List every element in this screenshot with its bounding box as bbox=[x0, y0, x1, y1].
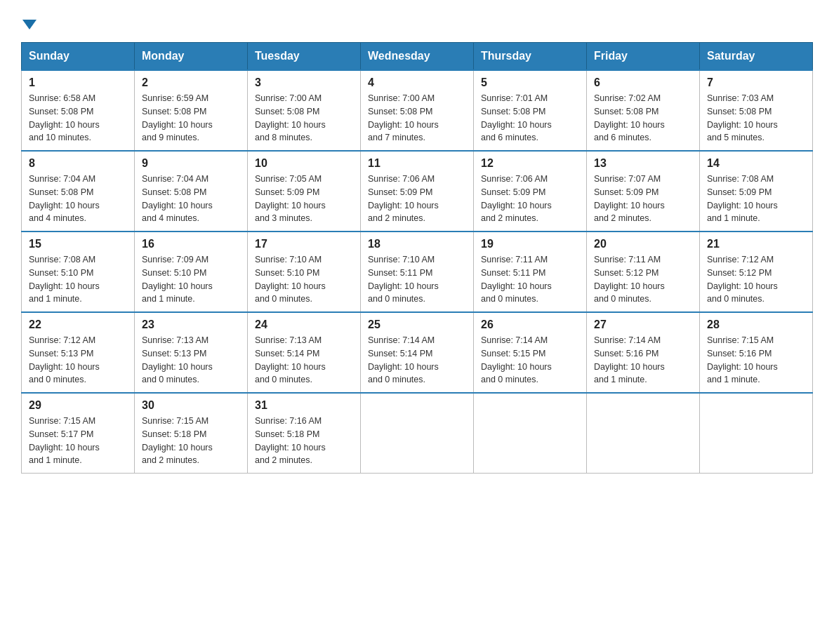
calendar-cell: 30Sunrise: 7:15 AMSunset: 5:18 PMDayligh… bbox=[135, 393, 248, 474]
day-info: Sunrise: 7:01 AMSunset: 5:08 PMDaylight:… bbox=[481, 92, 579, 145]
day-info: Sunrise: 7:00 AMSunset: 5:08 PMDaylight:… bbox=[368, 92, 466, 145]
calendar-cell: 12Sunrise: 7:06 AMSunset: 5:09 PMDayligh… bbox=[474, 151, 587, 232]
day-number: 16 bbox=[142, 238, 240, 250]
day-info: Sunrise: 7:14 AMSunset: 5:16 PMDaylight:… bbox=[594, 334, 692, 387]
day-info: Sunrise: 7:04 AMSunset: 5:08 PMDaylight:… bbox=[142, 173, 240, 225]
day-number: 8 bbox=[29, 157, 127, 170]
day-number: 3 bbox=[255, 76, 353, 89]
day-info: Sunrise: 7:16 AMSunset: 5:18 PMDaylight:… bbox=[255, 415, 353, 467]
calendar-cell bbox=[587, 393, 700, 474]
calendar-cell bbox=[361, 393, 474, 474]
day-info: Sunrise: 6:58 AMSunset: 5:08 PMDaylight:… bbox=[29, 92, 127, 145]
weekday-header-wednesday: Wednesday bbox=[361, 43, 474, 71]
calendar-cell: 26Sunrise: 7:14 AMSunset: 5:15 PMDayligh… bbox=[474, 312, 587, 393]
calendar-cell: 29Sunrise: 7:15 AMSunset: 5:17 PMDayligh… bbox=[22, 393, 135, 474]
day-number: 17 bbox=[255, 238, 353, 250]
day-number: 27 bbox=[594, 318, 692, 331]
day-info: Sunrise: 7:06 AMSunset: 5:09 PMDaylight:… bbox=[481, 173, 579, 225]
calendar-cell: 28Sunrise: 7:15 AMSunset: 5:16 PMDayligh… bbox=[700, 312, 813, 393]
day-info: Sunrise: 7:04 AMSunset: 5:08 PMDaylight:… bbox=[29, 173, 127, 225]
logo-arrow-icon bbox=[22, 20, 37, 29]
page-header bbox=[21, 14, 813, 29]
day-info: Sunrise: 7:14 AMSunset: 5:15 PMDaylight:… bbox=[481, 334, 579, 387]
weekday-header-saturday: Saturday bbox=[700, 43, 813, 71]
calendar-cell: 23Sunrise: 7:13 AMSunset: 5:13 PMDayligh… bbox=[135, 312, 248, 393]
day-info: Sunrise: 7:09 AMSunset: 5:10 PMDaylight:… bbox=[142, 253, 240, 306]
day-info: Sunrise: 7:07 AMSunset: 5:09 PMDaylight:… bbox=[594, 173, 692, 225]
calendar-cell: 27Sunrise: 7:14 AMSunset: 5:16 PMDayligh… bbox=[587, 312, 700, 393]
calendar-cell: 11Sunrise: 7:06 AMSunset: 5:09 PMDayligh… bbox=[361, 151, 474, 232]
weekday-header-monday: Monday bbox=[135, 43, 248, 71]
calendar-cell: 1Sunrise: 6:58 AMSunset: 5:08 PMDaylight… bbox=[22, 70, 135, 151]
calendar-header: SundayMondayTuesdayWednesdayThursdayFrid… bbox=[22, 43, 813, 71]
day-number: 11 bbox=[368, 157, 466, 170]
day-info: Sunrise: 7:08 AMSunset: 5:10 PMDaylight:… bbox=[29, 253, 127, 306]
day-number: 2 bbox=[142, 76, 240, 89]
day-number: 29 bbox=[29, 399, 127, 412]
calendar-cell: 10Sunrise: 7:05 AMSunset: 5:09 PMDayligh… bbox=[248, 151, 361, 232]
day-number: 10 bbox=[255, 157, 353, 170]
day-info: Sunrise: 7:02 AMSunset: 5:08 PMDaylight:… bbox=[594, 92, 692, 145]
calendar-cell: 5Sunrise: 7:01 AMSunset: 5:08 PMDaylight… bbox=[474, 70, 587, 151]
day-info: Sunrise: 7:08 AMSunset: 5:09 PMDaylight:… bbox=[707, 173, 805, 225]
day-number: 21 bbox=[707, 238, 805, 250]
calendar-table: SundayMondayTuesdayWednesdayThursdayFrid… bbox=[21, 42, 813, 474]
day-info: Sunrise: 7:00 AMSunset: 5:08 PMDaylight:… bbox=[255, 92, 353, 145]
calendar-cell: 25Sunrise: 7:14 AMSunset: 5:14 PMDayligh… bbox=[361, 312, 474, 393]
calendar-cell: 15Sunrise: 7:08 AMSunset: 5:10 PMDayligh… bbox=[22, 232, 135, 312]
day-number: 12 bbox=[481, 157, 579, 170]
day-number: 7 bbox=[707, 76, 805, 89]
day-number: 19 bbox=[481, 238, 579, 250]
day-number: 26 bbox=[481, 318, 579, 331]
day-number: 23 bbox=[142, 318, 240, 331]
weekday-header-tuesday: Tuesday bbox=[248, 43, 361, 71]
week-row-5: 29Sunrise: 7:15 AMSunset: 5:17 PMDayligh… bbox=[22, 393, 813, 474]
weekday-header-friday: Friday bbox=[587, 43, 700, 71]
calendar-cell bbox=[474, 393, 587, 474]
calendar-cell: 14Sunrise: 7:08 AMSunset: 5:09 PMDayligh… bbox=[700, 151, 813, 232]
day-number: 25 bbox=[368, 318, 466, 331]
day-info: Sunrise: 7:12 AMSunset: 5:12 PMDaylight:… bbox=[707, 253, 805, 306]
calendar-cell: 9Sunrise: 7:04 AMSunset: 5:08 PMDaylight… bbox=[135, 151, 248, 232]
calendar-cell: 3Sunrise: 7:00 AMSunset: 5:08 PMDaylight… bbox=[248, 70, 361, 151]
day-number: 31 bbox=[255, 399, 353, 412]
day-info: Sunrise: 7:05 AMSunset: 5:09 PMDaylight:… bbox=[255, 173, 353, 225]
day-info: Sunrise: 6:59 AMSunset: 5:08 PMDaylight:… bbox=[142, 92, 240, 145]
calendar-body: 1Sunrise: 6:58 AMSunset: 5:08 PMDaylight… bbox=[22, 70, 813, 474]
weekday-header-sunday: Sunday bbox=[22, 43, 135, 71]
weekday-header-thursday: Thursday bbox=[474, 43, 587, 71]
calendar-cell: 22Sunrise: 7:12 AMSunset: 5:13 PMDayligh… bbox=[22, 312, 135, 393]
calendar-cell: 20Sunrise: 7:11 AMSunset: 5:12 PMDayligh… bbox=[587, 232, 700, 312]
day-number: 28 bbox=[707, 318, 805, 331]
calendar-cell: 31Sunrise: 7:16 AMSunset: 5:18 PMDayligh… bbox=[248, 393, 361, 474]
weekday-header-row: SundayMondayTuesdayWednesdayThursdayFrid… bbox=[22, 43, 813, 71]
week-row-2: 8Sunrise: 7:04 AMSunset: 5:08 PMDaylight… bbox=[22, 151, 813, 232]
day-number: 4 bbox=[368, 76, 466, 89]
day-number: 14 bbox=[707, 157, 805, 170]
calendar-cell: 8Sunrise: 7:04 AMSunset: 5:08 PMDaylight… bbox=[22, 151, 135, 232]
day-number: 20 bbox=[594, 238, 692, 250]
day-info: Sunrise: 7:13 AMSunset: 5:14 PMDaylight:… bbox=[255, 334, 353, 387]
day-info: Sunrise: 7:03 AMSunset: 5:08 PMDaylight:… bbox=[707, 92, 805, 145]
calendar-cell: 21Sunrise: 7:12 AMSunset: 5:12 PMDayligh… bbox=[700, 232, 813, 312]
calendar-cell: 17Sunrise: 7:10 AMSunset: 5:10 PMDayligh… bbox=[248, 232, 361, 312]
day-info: Sunrise: 7:12 AMSunset: 5:13 PMDaylight:… bbox=[29, 334, 127, 387]
day-info: Sunrise: 7:13 AMSunset: 5:13 PMDaylight:… bbox=[142, 334, 240, 387]
calendar-cell: 16Sunrise: 7:09 AMSunset: 5:10 PMDayligh… bbox=[135, 232, 248, 312]
day-info: Sunrise: 7:11 AMSunset: 5:12 PMDaylight:… bbox=[594, 253, 692, 306]
day-info: Sunrise: 7:14 AMSunset: 5:14 PMDaylight:… bbox=[368, 334, 466, 387]
calendar-cell: 4Sunrise: 7:00 AMSunset: 5:08 PMDaylight… bbox=[361, 70, 474, 151]
day-info: Sunrise: 7:15 AMSunset: 5:16 PMDaylight:… bbox=[707, 334, 805, 387]
day-number: 9 bbox=[142, 157, 240, 170]
day-info: Sunrise: 7:10 AMSunset: 5:10 PMDaylight:… bbox=[255, 253, 353, 306]
day-number: 1 bbox=[29, 76, 127, 89]
calendar-cell: 2Sunrise: 6:59 AMSunset: 5:08 PMDaylight… bbox=[135, 70, 248, 151]
day-number: 15 bbox=[29, 238, 127, 250]
day-number: 6 bbox=[594, 76, 692, 89]
calendar-cell: 13Sunrise: 7:07 AMSunset: 5:09 PMDayligh… bbox=[587, 151, 700, 232]
calendar-cell: 6Sunrise: 7:02 AMSunset: 5:08 PMDaylight… bbox=[587, 70, 700, 151]
day-number: 5 bbox=[481, 76, 579, 89]
week-row-1: 1Sunrise: 6:58 AMSunset: 5:08 PMDaylight… bbox=[22, 70, 813, 151]
calendar-cell bbox=[700, 393, 813, 474]
week-row-3: 15Sunrise: 7:08 AMSunset: 5:10 PMDayligh… bbox=[22, 232, 813, 312]
